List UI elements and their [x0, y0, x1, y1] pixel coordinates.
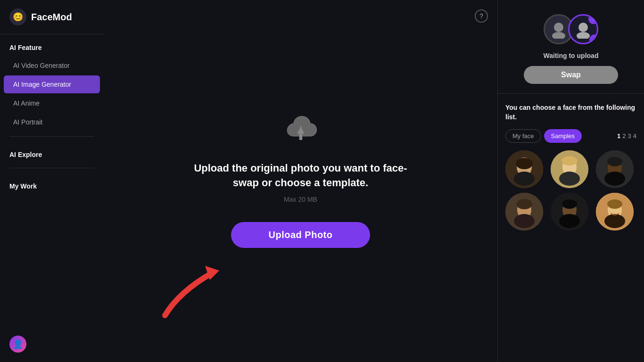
svg-point-30 — [604, 214, 625, 228]
tab-samples[interactable]: Samples — [544, 129, 582, 143]
sidebar-item-label: AI Video Generator — [13, 62, 70, 69]
sidebar-item-ai-portrait[interactable]: AI Portrait — [4, 113, 100, 131]
main-content: ? Upload the original photo you want to … — [104, 0, 644, 362]
svg-point-18 — [604, 172, 625, 186]
swap-button[interactable]: Swap — [524, 66, 618, 84]
target-face-avatar[interactable]: + ⇄ — [568, 14, 598, 44]
sidebar-bottom: 👤 — [0, 326, 104, 362]
logo-text: FaceMod — [31, 12, 72, 23]
sidebar-item-ai-video-generator[interactable]: AI Video Generator — [4, 57, 100, 74]
svg-point-22 — [514, 214, 535, 228]
add-face-badge: + — [588, 14, 598, 24]
page-4[interactable]: 4 — [633, 132, 636, 140]
face-sample-3[interactable] — [596, 150, 634, 188]
right-panel: + ⇄ Waiting to upload Swap You can choos… — [498, 0, 644, 362]
sidebar-item-ai-image-generator[interactable]: AI Image Generator — [4, 75, 100, 93]
face-tabs: My face Samples 1 2 3 4 — [505, 129, 636, 143]
upload-photo-button[interactable]: Upload Photo — [231, 222, 371, 248]
divider — [9, 136, 94, 137]
section-ai-feature: AI Feature — [0, 34, 104, 56]
sidebar-item-ai-anime[interactable]: AI Anime — [4, 94, 100, 112]
svg-point-17 — [607, 157, 622, 166]
face-swap-header: + ⇄ Waiting to upload Swap — [498, 0, 644, 94]
face-sample-5[interactable] — [551, 193, 588, 230]
face-chooser-title: You can choose a face from the following… — [505, 103, 636, 122]
face-sample-4[interactable] — [505, 193, 543, 230]
upload-subtitle: Max 20 MB — [284, 196, 317, 203]
page-3[interactable]: 3 — [628, 132, 631, 140]
page-numbers: 1 2 3 4 — [617, 132, 636, 140]
arrow-annotation — [151, 245, 245, 322]
svg-point-29 — [607, 199, 622, 209]
tab-my-face[interactable]: My face — [505, 129, 541, 143]
face-chooser: You can choose a face from the following… — [498, 94, 644, 362]
svg-point-6 — [577, 32, 590, 39]
upload-section: ? Upload the original photo you want to … — [104, 0, 498, 362]
face-sample-1[interactable] — [505, 150, 543, 188]
svg-point-26 — [559, 214, 580, 228]
page-2[interactable]: 2 — [622, 132, 626, 140]
page-1[interactable]: 1 — [617, 132, 620, 140]
divider2 — [9, 168, 94, 168]
waiting-status: Waiting to upload — [544, 52, 599, 59]
user-avatar[interactable]: 👤 — [9, 336, 26, 353]
upload-cloud-icon — [282, 114, 320, 147]
svg-marker-2 — [205, 266, 219, 280]
sidebar: 😊 FaceMod AI Feature AI Video Generator … — [0, 0, 104, 362]
help-icon[interactable]: ? — [475, 9, 488, 23]
svg-point-13 — [561, 156, 578, 165]
svg-point-14 — [559, 172, 580, 186]
swap-badge: ⇄ — [589, 34, 598, 44]
svg-point-5 — [578, 23, 588, 32]
svg-point-21 — [516, 199, 532, 209]
sidebar-item-label: AI Portrait — [13, 118, 42, 126]
sidebar-item-label: AI Image Generator — [13, 81, 71, 88]
section-my-work: My Work — [0, 173, 104, 195]
face-grid — [505, 150, 636, 230]
upload-title: Upload the original photo you want to fa… — [183, 161, 419, 190]
sidebar-item-label: AI Anime — [13, 99, 40, 107]
logo-area: 😊 FaceMod — [0, 0, 104, 34]
svg-point-9 — [516, 158, 533, 169]
svg-point-25 — [562, 199, 577, 209]
svg-point-10 — [514, 172, 535, 186]
face-avatars: + ⇄ — [544, 14, 598, 44]
section-ai-explore: AI Explore — [0, 141, 104, 163]
face-sample-2[interactable] — [551, 150, 588, 188]
svg-point-4 — [552, 32, 565, 39]
logo-icon: 😊 — [9, 8, 26, 25]
face-sample-6[interactable] — [596, 193, 634, 230]
svg-point-3 — [554, 23, 563, 32]
